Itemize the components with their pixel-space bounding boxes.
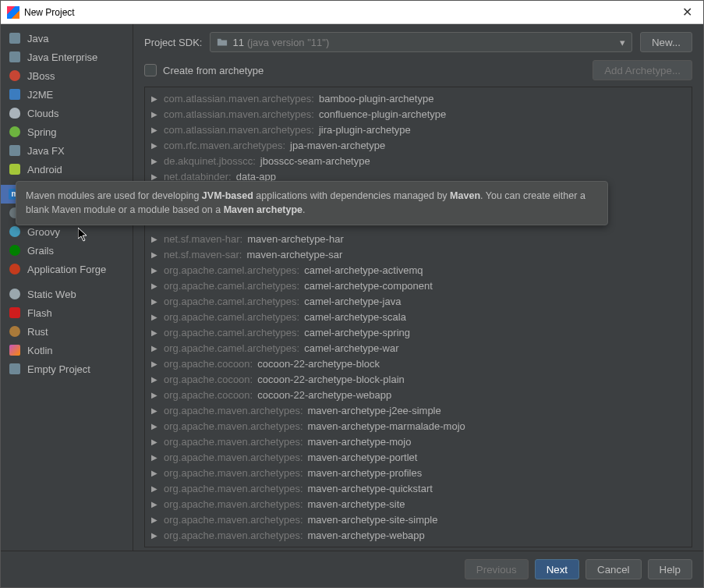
archetype-item[interactable]: ▶org.apache.camel.archetypes:camel-arche…	[145, 262, 692, 278]
archetype-group: net.sf.maven-sar:	[164, 249, 242, 260]
archetype-tree[interactable]: ▶com.atlassian.maven.archetypes:bamboo-p…	[144, 87, 692, 547]
archetype-item[interactable]: ▶org.apache.cocoon:cocoon-22-archetype-b…	[145, 356, 692, 371]
expand-arrow-icon[interactable]: ▶	[151, 172, 159, 181]
sidebar-item-label: Android	[27, 164, 62, 175]
expand-arrow-icon[interactable]: ▶	[151, 94, 159, 103]
blue-icon	[9, 88, 21, 101]
archetype-item[interactable]: ▶de.akquinet.jbosscc:jbosscc-seam-archet…	[145, 153, 692, 168]
intellij-icon	[7, 6, 19, 19]
archetype-item[interactable]: ▶org.apache.camel.archetypes:camel-arche…	[145, 278, 692, 293]
new-sdk-button[interactable]: New...	[640, 32, 692, 52]
sdk-label: Project SDK:	[144, 37, 202, 48]
archetype-item[interactable]: ▶org.apache.maven.archetypes:maven-arche…	[145, 527, 692, 543]
expand-arrow-icon[interactable]: ▶	[151, 344, 159, 352]
expand-arrow-icon[interactable]: ▶	[151, 531, 159, 540]
expand-arrow-icon[interactable]: ▶	[151, 328, 159, 337]
archetype-item[interactable]: ▶org.apache.maven.archetypes:maven-arche…	[145, 449, 692, 465]
archetype-artifact: cocoon-22-archetype-block-plain	[257, 374, 405, 385]
expand-arrow-icon[interactable]: ▶	[151, 484, 159, 493]
sidebar-item-android[interactable]: Android	[1, 160, 133, 179]
expand-arrow-icon[interactable]: ▶	[151, 266, 159, 275]
sdk-select[interactable]: 11 (java version "11") ▾	[210, 32, 632, 52]
expand-arrow-icon[interactable]: ▶	[151, 453, 159, 462]
archetype-artifact: maven-archetype-site	[308, 498, 405, 510]
create-from-archetype-checkbox[interactable]	[144, 64, 157, 76]
sidebar-item-clouds[interactable]: Clouds	[1, 104, 133, 122]
archetype-item[interactable]: ▶org.apache.camel.archetypes:camel-arche…	[145, 293, 692, 309]
expand-arrow-icon[interactable]: ▶	[151, 437, 159, 446]
sidebar-item-j2me[interactable]: J2ME	[1, 85, 133, 104]
archetype-item[interactable]: ▶org.apache.maven.archetypes:maven-arche…	[145, 480, 692, 496]
expand-arrow-icon[interactable]: ▶	[151, 547, 159, 548]
next-button[interactable]: Next	[535, 559, 579, 579]
archetype-item[interactable]: ▶org.apache.maven.archetypes:maven-arche…	[145, 512, 692, 527]
close-icon[interactable]: ✕	[677, 5, 697, 19]
archetype-item[interactable]: ▶org.apache.maven.archetypes:maven-arche…	[145, 402, 692, 418]
previous-button[interactable]: Previous	[465, 559, 529, 579]
expand-arrow-icon[interactable]: ▶	[151, 235, 159, 243]
archetype-item[interactable]: ▶org.apache.maven.archetypes:softeu-arch…	[145, 543, 692, 547]
archetype-item[interactable]: ▶org.apache.cocoon:cocoon-22-archetype-b…	[145, 371, 692, 387]
expand-arrow-icon[interactable]: ▶	[151, 391, 159, 399]
sidebar-item-jboss[interactable]: JBoss	[1, 66, 133, 85]
expand-arrow-icon[interactable]: ▶	[151, 297, 159, 306]
archetype-artifact: maven-archetype-har	[247, 233, 344, 245]
archetype-item[interactable]: ▶org.apache.maven.archetypes:maven-arche…	[145, 418, 692, 434]
archetype-item[interactable]: ▶org.apache.maven.archetypes:maven-arche…	[145, 434, 692, 449]
globe-icon	[9, 288, 21, 300]
archetype-item[interactable]: ▶com.atlassian.maven.archetypes:confluen…	[145, 106, 692, 122]
archetype-item[interactable]: ▶org.apache.camel.archetypes:camel-arche…	[145, 340, 692, 356]
sidebar-item-application-forge[interactable]: Application Forge	[1, 260, 133, 278]
expand-arrow-icon[interactable]: ▶	[151, 313, 159, 321]
archetype-item[interactable]: ▶net.sf.maven-sar:maven-archetype-sar	[145, 246, 692, 262]
sidebar-item-label: Rust	[27, 326, 48, 338]
sidebar-item-static-web[interactable]: Static Web	[1, 285, 133, 303]
sidebar-item-kotlin[interactable]: Kotlin	[1, 341, 133, 360]
expand-arrow-icon[interactable]: ▶	[151, 250, 159, 259]
expand-arrow-icon[interactable]: ▶	[151, 141, 159, 150]
window-title: New Project	[24, 7, 677, 18]
archetype-group: org.apache.maven.archetypes:	[164, 483, 303, 494]
sidebar-item-label: JBoss	[27, 70, 55, 82]
flash-icon	[9, 306, 21, 319]
sidebar-item-label: Grails	[27, 245, 54, 257]
archetype-item[interactable]: ▶net.sf.maven-har:maven-archetype-har	[145, 231, 692, 246]
expand-arrow-icon[interactable]: ▶	[151, 110, 159, 119]
sidebar-item-spring[interactable]: Spring	[1, 122, 133, 141]
expand-arrow-icon[interactable]: ▶	[151, 360, 159, 368]
expand-arrow-icon[interactable]: ▶	[151, 126, 159, 134]
sidebar-item-label: Empty Project	[27, 363, 90, 375]
expand-arrow-icon[interactable]: ▶	[151, 515, 159, 524]
sdk-value: 11	[232, 37, 243, 48]
archetype-artifact: jira-plugin-archetype	[319, 124, 411, 136]
add-archetype-button[interactable]: Add Archetype...	[593, 60, 692, 80]
archetype-item[interactable]: ▶org.apache.cocoon:cocoon-22-archetype-w…	[145, 387, 692, 402]
archetype-item[interactable]: ▶org.apache.maven.archetypes:maven-arche…	[145, 465, 692, 480]
archetype-item[interactable]: ▶com.atlassian.maven.archetypes:jira-plu…	[145, 122, 692, 137]
sidebar-item-empty-project[interactable]: Empty Project	[1, 360, 133, 378]
sidebar-item-java-fx[interactable]: Java FX	[1, 141, 133, 160]
archetype-group: org.apache.maven.archetypes:	[164, 436, 303, 448]
expand-arrow-icon[interactable]: ▶	[151, 422, 159, 430]
archetype-group: org.apache.camel.archetypes:	[164, 280, 299, 292]
expand-arrow-icon[interactable]: ▶	[151, 500, 159, 508]
rust-icon	[9, 325, 21, 338]
archetype-group: com.atlassian.maven.archetypes:	[164, 108, 314, 120]
sidebar-item-flash[interactable]: Flash	[1, 303, 133, 322]
sidebar-item-java[interactable]: Java	[1, 29, 133, 48]
sidebar-item-grails[interactable]: Grails	[1, 241, 133, 260]
archetype-item[interactable]: ▶org.apache.maven.archetypes:maven-arche…	[145, 496, 692, 512]
archetype-item[interactable]: ▶com.atlassian.maven.archetypes:bamboo-p…	[145, 90, 692, 106]
help-button[interactable]: Help	[648, 559, 692, 579]
expand-arrow-icon[interactable]: ▶	[151, 157, 159, 165]
sidebar-item-java-enterprise[interactable]: Java Enterprise	[1, 48, 133, 66]
expand-arrow-icon[interactable]: ▶	[151, 406, 159, 415]
expand-arrow-icon[interactable]: ▶	[151, 469, 159, 477]
archetype-item[interactable]: ▶org.apache.camel.archetypes:camel-arche…	[145, 309, 692, 324]
archetype-item[interactable]: ▶org.apache.camel.archetypes:camel-arche…	[145, 324, 692, 340]
sidebar-item-rust[interactable]: Rust	[1, 322, 133, 341]
archetype-item[interactable]: ▶com.rfc.maven.archetypes:jpa-maven-arch…	[145, 137, 692, 153]
expand-arrow-icon[interactable]: ▶	[151, 282, 159, 290]
cancel-button[interactable]: Cancel	[585, 559, 642, 579]
expand-arrow-icon[interactable]: ▶	[151, 375, 159, 384]
